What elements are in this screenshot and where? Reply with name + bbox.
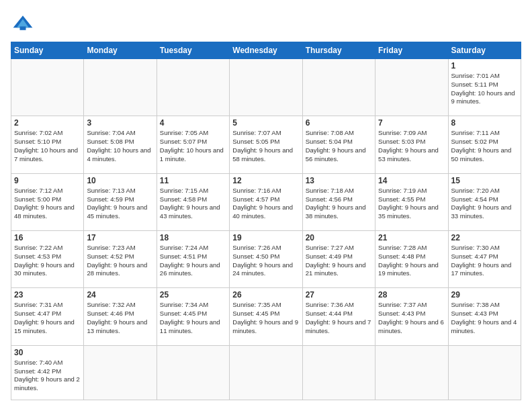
header [11, 11, 521, 35]
day-info: Sunrise: 7:04 AM Sunset: 5:08 PM Dayligh… [87, 129, 153, 163]
day-number: 17 [87, 233, 153, 242]
day-number: 21 [378, 233, 445, 242]
weekday-header-friday: Friday [375, 42, 448, 59]
day-info: Sunrise: 7:28 AM Sunset: 4:48 PM Dayligh… [378, 244, 445, 278]
day-number: 29 [451, 290, 518, 300]
day-info: Sunrise: 7:27 AM Sunset: 4:49 PM Dayligh… [306, 244, 372, 278]
calendar-cell: 13Sunrise: 7:18 AM Sunset: 4:56 PM Dayli… [302, 173, 375, 230]
day-info: Sunrise: 7:05 AM Sunset: 5:07 PM Dayligh… [160, 129, 226, 163]
day-number: 19 [232, 233, 299, 242]
weekday-header-monday: Monday [84, 42, 157, 59]
day-number: 13 [306, 176, 372, 185]
calendar-cell: 3Sunrise: 7:04 AM Sunset: 5:08 PM Daylig… [84, 116, 157, 173]
weekday-header-sunday: Sunday [11, 42, 84, 59]
calendar-cell [11, 59, 84, 116]
day-info: Sunrise: 7:12 AM Sunset: 5:00 PM Dayligh… [14, 187, 81, 221]
calendar-cell [302, 59, 375, 116]
calendar-cell [375, 345, 448, 400]
calendar-cell: 24Sunrise: 7:32 AM Sunset: 4:46 PM Dayli… [84, 288, 157, 345]
day-info: Sunrise: 7:08 AM Sunset: 5:04 PM Dayligh… [306, 129, 372, 163]
day-info: Sunrise: 7:35 AM Sunset: 4:45 PM Dayligh… [232, 301, 299, 335]
calendar-cell: 8Sunrise: 7:11 AM Sunset: 5:02 PM Daylig… [448, 116, 521, 173]
weekday-header-wednesday: Wednesday [230, 42, 302, 59]
calendar-cell: 19Sunrise: 7:26 AM Sunset: 4:50 PM Dayli… [230, 231, 302, 288]
day-number: 23 [14, 290, 81, 300]
calendar-cell [230, 59, 302, 116]
day-number: 30 [14, 348, 81, 357]
weekday-header-saturday: Saturday [448, 42, 521, 59]
day-number: 28 [378, 290, 445, 300]
day-number: 26 [232, 290, 299, 300]
day-number: 1 [451, 61, 518, 71]
day-number: 14 [378, 176, 445, 185]
calendar-cell [302, 345, 375, 400]
calendar-row-2: 2Sunrise: 7:02 AM Sunset: 5:10 PM Daylig… [11, 116, 521, 173]
day-info: Sunrise: 7:09 AM Sunset: 5:03 PM Dayligh… [378, 129, 445, 163]
calendar-cell: 22Sunrise: 7:30 AM Sunset: 4:47 PM Dayli… [448, 231, 521, 288]
day-number: 2 [14, 118, 81, 128]
day-number: 3 [87, 118, 153, 128]
calendar-cell: 5Sunrise: 7:07 AM Sunset: 5:05 PM Daylig… [230, 116, 302, 173]
day-number: 11 [160, 176, 226, 185]
calendar-cell [84, 345, 157, 400]
page: SundayMondayTuesdayWednesdayThursdayFrid… [0, 0, 532, 411]
calendar-cell: 28Sunrise: 7:37 AM Sunset: 4:43 PM Dayli… [375, 288, 448, 345]
day-info: Sunrise: 7:40 AM Sunset: 4:42 PM Dayligh… [14, 359, 81, 393]
calendar-cell: 18Sunrise: 7:24 AM Sunset: 4:51 PM Dayli… [157, 231, 229, 288]
calendar-cell: 9Sunrise: 7:12 AM Sunset: 5:00 PM Daylig… [11, 173, 84, 230]
calendar-row-3: 9Sunrise: 7:12 AM Sunset: 5:00 PM Daylig… [11, 173, 521, 230]
day-info: Sunrise: 7:23 AM Sunset: 4:52 PM Dayligh… [87, 244, 153, 278]
day-number: 9 [14, 176, 81, 185]
calendar-cell [157, 345, 229, 400]
day-number: 15 [451, 176, 518, 185]
day-number: 4 [160, 118, 226, 128]
day-info: Sunrise: 7:18 AM Sunset: 4:56 PM Dayligh… [306, 187, 372, 221]
calendar-cell: 12Sunrise: 7:16 AM Sunset: 4:57 PM Dayli… [230, 173, 302, 230]
calendar-cell: 2Sunrise: 7:02 AM Sunset: 5:10 PM Daylig… [11, 116, 84, 173]
calendar-cell: 29Sunrise: 7:38 AM Sunset: 4:43 PM Dayli… [448, 288, 521, 345]
calendar-cell [230, 345, 302, 400]
calendar-row-6: 30Sunrise: 7:40 AM Sunset: 4:42 PM Dayli… [11, 345, 521, 400]
day-number: 12 [232, 176, 299, 185]
day-number: 22 [451, 233, 518, 242]
day-info: Sunrise: 7:37 AM Sunset: 4:43 PM Dayligh… [378, 301, 445, 335]
day-info: Sunrise: 7:15 AM Sunset: 4:58 PM Dayligh… [160, 187, 226, 221]
svg-rect-3 [20, 26, 26, 30]
day-info: Sunrise: 7:36 AM Sunset: 4:44 PM Dayligh… [306, 301, 372, 335]
calendar-cell [157, 59, 229, 116]
calendar-table: SundayMondayTuesdayWednesdayThursdayFrid… [11, 42, 521, 400]
day-info: Sunrise: 7:22 AM Sunset: 4:53 PM Dayligh… [14, 244, 81, 278]
calendar-cell: 25Sunrise: 7:34 AM Sunset: 4:45 PM Dayli… [157, 288, 229, 345]
day-info: Sunrise: 7:20 AM Sunset: 4:54 PM Dayligh… [451, 187, 518, 221]
calendar-cell: 6Sunrise: 7:08 AM Sunset: 5:04 PM Daylig… [302, 116, 375, 173]
day-number: 27 [306, 290, 372, 300]
calendar-cell: 7Sunrise: 7:09 AM Sunset: 5:03 PM Daylig… [375, 116, 448, 173]
day-number: 24 [87, 290, 153, 300]
day-number: 5 [232, 118, 299, 128]
calendar-cell [84, 59, 157, 116]
day-info: Sunrise: 7:02 AM Sunset: 5:10 PM Dayligh… [14, 129, 81, 163]
day-number: 10 [87, 176, 153, 185]
day-number: 20 [306, 233, 372, 242]
calendar-cell: 27Sunrise: 7:36 AM Sunset: 4:44 PM Dayli… [302, 288, 375, 345]
calendar-cell: 30Sunrise: 7:40 AM Sunset: 4:42 PM Dayli… [11, 345, 84, 400]
calendar-cell: 4Sunrise: 7:05 AM Sunset: 5:07 PM Daylig… [157, 116, 229, 173]
day-info: Sunrise: 7:11 AM Sunset: 5:02 PM Dayligh… [451, 129, 518, 163]
generalblue-logo-icon [11, 11, 35, 35]
calendar-cell: 15Sunrise: 7:20 AM Sunset: 4:54 PM Dayli… [448, 173, 521, 230]
calendar-cell: 1Sunrise: 7:01 AM Sunset: 5:11 PM Daylig… [448, 59, 521, 116]
weekday-header-tuesday: Tuesday [157, 42, 229, 59]
day-info: Sunrise: 7:19 AM Sunset: 4:55 PM Dayligh… [378, 187, 445, 221]
day-info: Sunrise: 7:13 AM Sunset: 4:59 PM Dayligh… [87, 187, 153, 221]
calendar-cell: 26Sunrise: 7:35 AM Sunset: 4:45 PM Dayli… [230, 288, 302, 345]
day-info: Sunrise: 7:16 AM Sunset: 4:57 PM Dayligh… [232, 187, 299, 221]
day-info: Sunrise: 7:32 AM Sunset: 4:46 PM Dayligh… [87, 301, 153, 335]
day-info: Sunrise: 7:34 AM Sunset: 4:45 PM Dayligh… [160, 301, 226, 335]
day-number: 16 [14, 233, 81, 242]
day-info: Sunrise: 7:26 AM Sunset: 4:50 PM Dayligh… [232, 244, 299, 278]
calendar-cell: 23Sunrise: 7:31 AM Sunset: 4:47 PM Dayli… [11, 288, 84, 345]
day-number: 25 [160, 290, 226, 300]
day-info: Sunrise: 7:24 AM Sunset: 4:51 PM Dayligh… [160, 244, 226, 278]
day-info: Sunrise: 7:38 AM Sunset: 4:43 PM Dayligh… [451, 301, 518, 335]
calendar-cell: 17Sunrise: 7:23 AM Sunset: 4:52 PM Dayli… [84, 231, 157, 288]
